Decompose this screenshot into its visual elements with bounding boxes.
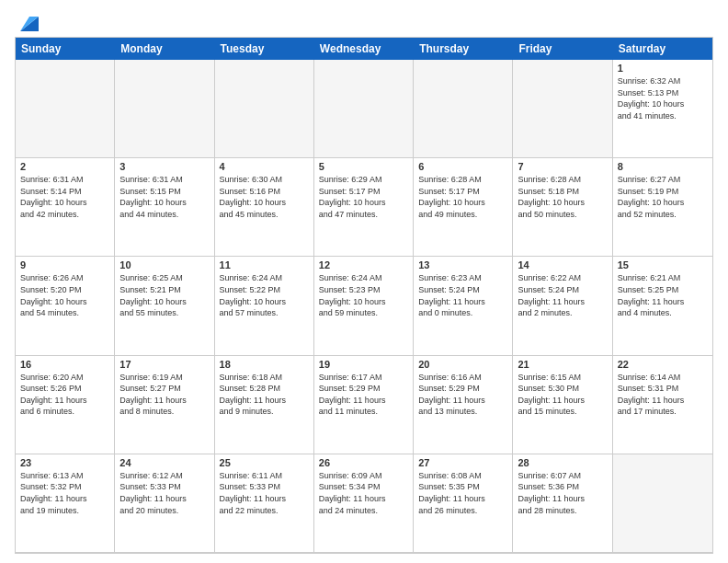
day-headers: SundayMondayTuesdayWednesdayThursdayFrid…: [16, 38, 712, 60]
calendar-cell: 20Sunrise: 6:16 AM Sunset: 5:29 PM Dayli…: [414, 356, 513, 454]
cell-day-number: 18: [220, 359, 309, 370]
cell-day-number: 23: [20, 457, 109, 468]
calendar-cell: [115, 60, 214, 158]
cell-info: Sunrise: 6:29 AM Sunset: 5:17 PM Dayligh…: [319, 174, 408, 220]
calendar-cell: 11Sunrise: 6:24 AM Sunset: 5:22 PM Dayli…: [215, 257, 314, 355]
cell-day-number: 1: [618, 63, 708, 74]
cell-info: Sunrise: 6:15 AM Sunset: 5:30 PM Dayligh…: [518, 372, 607, 418]
cell-day-number: 6: [418, 161, 507, 172]
calendar-cell: 13Sunrise: 6:23 AM Sunset: 5:24 PM Dayli…: [414, 257, 513, 355]
logo-icon: [17, 15, 39, 33]
cell-day-number: 16: [20, 359, 109, 370]
cell-info: Sunrise: 6:09 AM Sunset: 5:34 PM Dayligh…: [319, 470, 408, 516]
cell-day-number: 9: [20, 259, 109, 270]
cell-info: Sunrise: 6:28 AM Sunset: 5:18 PM Dayligh…: [518, 174, 607, 220]
calendar-cell: 21Sunrise: 6:15 AM Sunset: 5:30 PM Dayli…: [513, 356, 612, 454]
cell-info: Sunrise: 6:16 AM Sunset: 5:29 PM Dayligh…: [418, 372, 507, 418]
calendar-cell: 25Sunrise: 6:11 AM Sunset: 5:33 PM Dayli…: [215, 454, 314, 553]
cell-day-number: 17: [119, 359, 209, 370]
cell-info: Sunrise: 6:20 AM Sunset: 5:26 PM Dayligh…: [20, 372, 109, 418]
cell-info: Sunrise: 6:22 AM Sunset: 5:24 PM Dayligh…: [518, 272, 607, 318]
cell-day-number: 26: [319, 457, 408, 468]
calendar-grid: 1Sunrise: 6:32 AM Sunset: 5:13 PM Daylig…: [16, 60, 712, 553]
cell-day-number: 14: [518, 259, 607, 270]
cell-info: Sunrise: 6:23 AM Sunset: 5:24 PM Dayligh…: [418, 272, 507, 318]
cell-info: Sunrise: 6:17 AM Sunset: 5:29 PM Dayligh…: [319, 372, 408, 418]
calendar-cell: 18Sunrise: 6:18 AM Sunset: 5:28 PM Dayli…: [215, 356, 314, 454]
calendar-cell: 1Sunrise: 6:32 AM Sunset: 5:13 PM Daylig…: [613, 60, 712, 158]
calendar-cell: 15Sunrise: 6:21 AM Sunset: 5:25 PM Dayli…: [613, 257, 712, 355]
cell-day-number: 28: [518, 457, 607, 468]
cell-day-number: 5: [319, 161, 408, 172]
calendar-cell: 9Sunrise: 6:26 AM Sunset: 5:20 PM Daylig…: [16, 257, 115, 355]
day-header: Wednesday: [314, 38, 414, 60]
cell-day-number: 3: [119, 161, 209, 172]
calendar-cell: [613, 454, 712, 553]
cell-info: Sunrise: 6:11 AM Sunset: 5:33 PM Dayligh…: [220, 470, 309, 516]
day-header: Tuesday: [215, 38, 314, 60]
calendar-cell: 17Sunrise: 6:19 AM Sunset: 5:27 PM Dayli…: [115, 356, 214, 454]
day-header: Sunday: [16, 38, 115, 60]
cell-day-number: 21: [518, 359, 607, 370]
day-header: Saturday: [613, 38, 712, 60]
cell-day-number: 25: [220, 457, 309, 468]
cell-info: Sunrise: 6:24 AM Sunset: 5:22 PM Dayligh…: [220, 272, 309, 318]
cell-day-number: 19: [319, 359, 408, 370]
day-header: Thursday: [414, 38, 513, 60]
cell-day-number: 2: [20, 161, 109, 172]
cell-info: Sunrise: 6:31 AM Sunset: 5:14 PM Dayligh…: [20, 174, 109, 220]
calendar-cell: 23Sunrise: 6:13 AM Sunset: 5:32 PM Dayli…: [16, 454, 115, 553]
calendar: SundayMondayTuesdayWednesdayThursdayFrid…: [15, 37, 713, 554]
cell-day-number: 27: [418, 457, 507, 468]
cell-info: Sunrise: 6:32 AM Sunset: 5:13 PM Dayligh…: [618, 75, 708, 121]
calendar-cell: [16, 60, 115, 158]
cell-info: Sunrise: 6:25 AM Sunset: 5:21 PM Dayligh…: [119, 272, 209, 318]
cell-day-number: 20: [418, 359, 507, 370]
calendar-cell: 6Sunrise: 6:28 AM Sunset: 5:17 PM Daylig…: [414, 158, 513, 257]
calendar-cell: 5Sunrise: 6:29 AM Sunset: 5:17 PM Daylig…: [314, 158, 414, 257]
header: [15, 15, 713, 29]
day-header: Monday: [115, 38, 214, 60]
calendar-cell: 16Sunrise: 6:20 AM Sunset: 5:26 PM Dayli…: [16, 356, 115, 454]
cell-info: Sunrise: 6:08 AM Sunset: 5:35 PM Dayligh…: [418, 470, 507, 516]
calendar-cell: 8Sunrise: 6:27 AM Sunset: 5:19 PM Daylig…: [613, 158, 712, 257]
cell-day-number: 4: [220, 161, 309, 172]
calendar-cell: [215, 60, 314, 158]
cell-info: Sunrise: 6:26 AM Sunset: 5:20 PM Dayligh…: [20, 272, 109, 318]
cell-day-number: 10: [119, 259, 209, 270]
calendar-cell: 3Sunrise: 6:31 AM Sunset: 5:15 PM Daylig…: [115, 158, 214, 257]
cell-info: Sunrise: 6:30 AM Sunset: 5:16 PM Dayligh…: [220, 174, 309, 220]
cell-info: Sunrise: 6:31 AM Sunset: 5:15 PM Dayligh…: [119, 174, 209, 220]
calendar-cell: 4Sunrise: 6:30 AM Sunset: 5:16 PM Daylig…: [215, 158, 314, 257]
calendar-cell: 14Sunrise: 6:22 AM Sunset: 5:24 PM Dayli…: [513, 257, 612, 355]
calendar-cell: 12Sunrise: 6:24 AM Sunset: 5:23 PM Dayli…: [314, 257, 414, 355]
cell-info: Sunrise: 6:27 AM Sunset: 5:19 PM Dayligh…: [618, 174, 708, 220]
cell-day-number: 12: [319, 259, 408, 270]
cell-info: Sunrise: 6:19 AM Sunset: 5:27 PM Dayligh…: [119, 372, 209, 418]
cell-day-number: 22: [618, 359, 708, 370]
calendar-cell: 27Sunrise: 6:08 AM Sunset: 5:35 PM Dayli…: [414, 454, 513, 553]
cell-info: Sunrise: 6:14 AM Sunset: 5:31 PM Dayligh…: [618, 372, 708, 418]
cell-info: Sunrise: 6:28 AM Sunset: 5:17 PM Dayligh…: [418, 174, 507, 220]
calendar-cell: 24Sunrise: 6:12 AM Sunset: 5:33 PM Dayli…: [115, 454, 214, 553]
logo: [15, 15, 39, 29]
cell-info: Sunrise: 6:21 AM Sunset: 5:25 PM Dayligh…: [618, 272, 708, 318]
calendar-cell: 7Sunrise: 6:28 AM Sunset: 5:18 PM Daylig…: [513, 158, 612, 257]
cell-info: Sunrise: 6:12 AM Sunset: 5:33 PM Dayligh…: [119, 470, 209, 516]
calendar-cell: 28Sunrise: 6:07 AM Sunset: 5:36 PM Dayli…: [513, 454, 612, 553]
cell-day-number: 15: [618, 259, 708, 270]
cell-day-number: 11: [220, 259, 309, 270]
cell-info: Sunrise: 6:13 AM Sunset: 5:32 PM Dayligh…: [20, 470, 109, 516]
calendar-cell: [414, 60, 513, 158]
calendar-cell: [314, 60, 414, 158]
cell-day-number: 13: [418, 259, 507, 270]
calendar-cell: 26Sunrise: 6:09 AM Sunset: 5:34 PM Dayli…: [314, 454, 414, 553]
calendar-cell: 10Sunrise: 6:25 AM Sunset: 5:21 PM Dayli…: [115, 257, 214, 355]
calendar-cell: 22Sunrise: 6:14 AM Sunset: 5:31 PM Dayli…: [613, 356, 712, 454]
cell-info: Sunrise: 6:07 AM Sunset: 5:36 PM Dayligh…: [518, 470, 607, 516]
cell-day-number: 8: [618, 161, 708, 172]
cell-day-number: 7: [518, 161, 607, 172]
cell-info: Sunrise: 6:24 AM Sunset: 5:23 PM Dayligh…: [319, 272, 408, 318]
cell-info: Sunrise: 6:18 AM Sunset: 5:28 PM Dayligh…: [220, 372, 309, 418]
day-header: Friday: [513, 38, 612, 60]
